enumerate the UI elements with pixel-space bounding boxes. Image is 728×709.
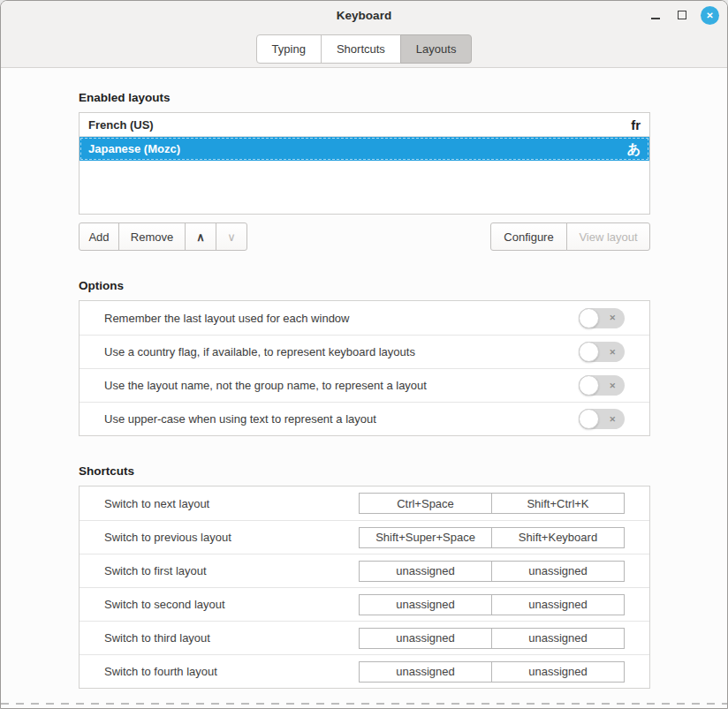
shortcut-row-second-layout: Switch to second layout unassigned unass… [80, 587, 649, 621]
configure-button[interactable]: Configure [490, 223, 567, 251]
tab-typing[interactable]: Typing [256, 34, 322, 64]
binding-cell-primary[interactable]: unassigned [360, 629, 491, 648]
option-row-upper-case: Use upper-case when using text to repres… [80, 402, 649, 435]
close-button[interactable]: ✕ [701, 6, 719, 25]
binding-cell-primary[interactable]: unassigned [360, 662, 491, 682]
close-icon: ✕ [706, 11, 713, 20]
binding-cell-primary[interactable]: Ctrl+Space [360, 494, 491, 513]
layout-row-french[interactable]: French (US) fr [80, 113, 649, 137]
tab-layouts[interactable]: Layouts [400, 34, 473, 64]
keyboard-window: Keyboard ✕ Typing Shortcuts Layouts [0, 0, 728, 709]
view-layout-button[interactable]: View layout [566, 223, 650, 251]
shortcut-label: Switch to first layout [104, 564, 207, 577]
option-row-remember-layout: Remember the last layout used for each w… [80, 301, 649, 335]
layouts-page: Enabled layouts French (US) fr Japanese … [1, 91, 727, 709]
resize-dashed-indicator [1, 703, 727, 705]
binding-cell-secondary[interactable]: Shift+Ctrl+K [491, 494, 624, 513]
add-button[interactable]: Add [79, 223, 119, 251]
toggle-off-icon: ✕ [609, 381, 616, 390]
shortcut-label: Switch to previous layout [104, 531, 231, 544]
shortcuts-panel: Switch to next layout Ctrl+Space Shift+C… [79, 486, 650, 689]
options-panel: Remember the last layout used for each w… [79, 300, 650, 436]
toggle-off-icon: ✕ [609, 415, 616, 424]
enabled-layouts-list: French (US) fr Japanese (Mozc) あ [79, 112, 650, 215]
option-label: Use upper-case when using text to repres… [104, 412, 376, 426]
binding-group: unassigned unassigned [359, 661, 625, 683]
binding-cell-secondary[interactable]: unassigned [491, 595, 624, 615]
toggle-off-icon: ✕ [609, 313, 616, 322]
configure-button-group: Configure View layout [490, 223, 650, 251]
move-down-button[interactable]: ∨ [216, 223, 247, 251]
option-label: Use a country flag, if available, to rep… [104, 345, 415, 358]
layout-name: Japanese (Mozc) [88, 142, 180, 155]
option-row-layout-name: Use the layout name, not the group name,… [80, 368, 649, 402]
minimize-button[interactable] [648, 7, 664, 23]
shortcut-label: Switch to third layout [104, 631, 210, 645]
maximize-button[interactable] [674, 7, 690, 23]
binding-group: unassigned unassigned [359, 628, 625, 649]
window-header: Keyboard ✕ Typing Shortcuts Layouts [1, 1, 727, 68]
shortcut-row-fourth-layout: Switch to fourth layout unassigned unass… [80, 654, 649, 688]
shortcut-label: Switch to fourth layout [104, 665, 217, 678]
tab-bar: Typing Shortcuts Layouts [1, 29, 727, 67]
layout-list-actions: Add Remove ∧ ∨ Configure View layout [79, 223, 650, 251]
window-title: Keyboard [337, 9, 391, 22]
toggle-knob [579, 308, 599, 328]
shortcut-row-next-layout: Switch to next layout Ctrl+Space Shift+C… [80, 486, 649, 520]
binding-group: unassigned unassigned [359, 561, 625, 582]
binding-cell-primary[interactable]: unassigned [360, 595, 491, 615]
toggle-country-flag[interactable]: ✕ [579, 342, 625, 362]
shortcuts-heading: Shortcuts [79, 464, 650, 478]
tab-group: Typing Shortcuts Layouts [256, 34, 473, 67]
edit-button-group: Add Remove ∧ ∨ [79, 223, 247, 251]
titlebar[interactable]: Keyboard ✕ [1, 1, 727, 29]
binding-cell-secondary[interactable]: unassigned [491, 562, 624, 581]
layout-row-japanese[interactable]: Japanese (Mozc) あ [80, 137, 649, 161]
toggle-layout-name[interactable]: ✕ [579, 375, 625, 396]
binding-cell-secondary[interactable]: unassigned [491, 629, 624, 648]
binding-group: Ctrl+Space Shift+Ctrl+K [359, 493, 625, 514]
toggle-knob [579, 409, 599, 429]
maximize-icon [678, 11, 686, 19]
minimize-icon [651, 18, 660, 19]
options-heading: Options [79, 279, 650, 292]
toggle-remember-layout[interactable]: ✕ [579, 308, 625, 328]
binding-group: unassigned unassigned [359, 594, 625, 615]
chevron-down-icon: ∨ [227, 230, 236, 244]
shortcut-row-third-layout: Switch to third layout unassigned unassi… [80, 621, 649, 654]
shortcut-label: Switch to next layout [104, 497, 209, 510]
window-controls: ✕ [648, 1, 719, 29]
remove-button[interactable]: Remove [118, 223, 186, 251]
binding-cell-primary[interactable]: unassigned [360, 562, 491, 581]
option-label: Use the layout name, not the group name,… [104, 379, 427, 392]
layout-badge-fr: fr [631, 118, 641, 132]
option-row-country-flag: Use a country flag, if available, to rep… [80, 335, 649, 368]
binding-cell-secondary[interactable]: unassigned [491, 662, 624, 682]
shortcut-label: Switch to second layout [104, 598, 225, 611]
shortcut-row-first-layout: Switch to first layout unassigned unassi… [80, 554, 649, 587]
option-label: Remember the last layout used for each w… [104, 312, 349, 325]
toggle-upper-case[interactable]: ✕ [579, 409, 625, 429]
move-up-button[interactable]: ∧ [185, 223, 216, 251]
layout-name: French (US) [88, 118, 154, 132]
shortcut-row-previous-layout: Switch to previous layout Shift+Super+Sp… [80, 520, 649, 554]
enabled-layouts-heading: Enabled layouts [79, 91, 650, 104]
chevron-up-icon: ∧ [196, 230, 205, 244]
binding-cell-secondary[interactable]: Shift+Keyboard [491, 528, 624, 547]
binding-group: Shift+Super+Space Shift+Keyboard [359, 527, 625, 548]
tab-shortcuts[interactable]: Shortcuts [321, 34, 401, 64]
binding-cell-primary[interactable]: Shift+Super+Space [360, 528, 491, 547]
toggle-knob [579, 342, 599, 362]
toggle-knob [579, 375, 599, 396]
toggle-off-icon: ✕ [609, 348, 616, 357]
layout-badge-ja: あ [627, 142, 641, 155]
